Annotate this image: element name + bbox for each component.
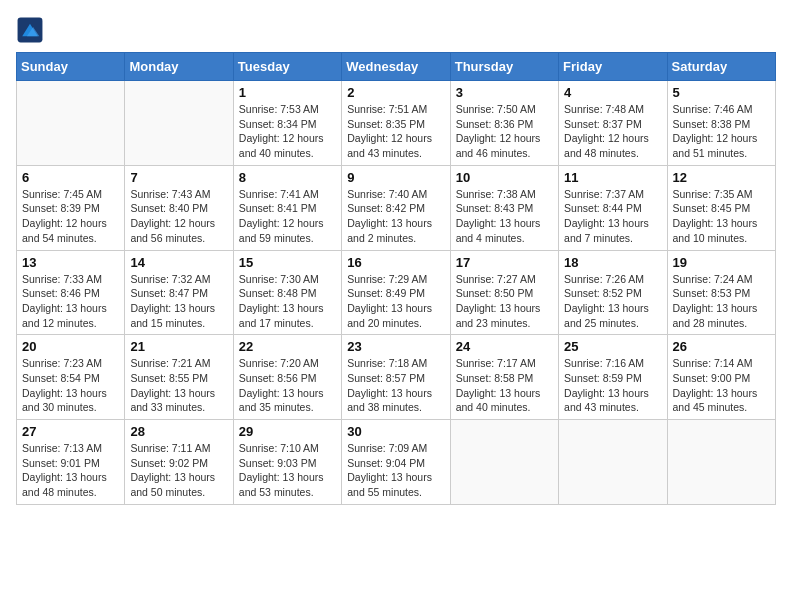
day-number: 30 bbox=[347, 424, 444, 439]
calendar-cell: 2Sunrise: 7:51 AMSunset: 8:35 PMDaylight… bbox=[342, 81, 450, 166]
calendar-cell: 3Sunrise: 7:50 AMSunset: 8:36 PMDaylight… bbox=[450, 81, 558, 166]
day-number: 9 bbox=[347, 170, 444, 185]
cell-info: Sunrise: 7:16 AMSunset: 8:59 PMDaylight:… bbox=[564, 356, 661, 415]
day-number: 1 bbox=[239, 85, 336, 100]
calendar-cell: 24Sunrise: 7:17 AMSunset: 8:58 PMDayligh… bbox=[450, 335, 558, 420]
day-number: 4 bbox=[564, 85, 661, 100]
weekday-header: Thursday bbox=[450, 53, 558, 81]
calendar-cell: 29Sunrise: 7:10 AMSunset: 9:03 PMDayligh… bbox=[233, 420, 341, 505]
calendar-cell: 25Sunrise: 7:16 AMSunset: 8:59 PMDayligh… bbox=[559, 335, 667, 420]
cell-info: Sunrise: 7:26 AMSunset: 8:52 PMDaylight:… bbox=[564, 272, 661, 331]
cell-info: Sunrise: 7:46 AMSunset: 8:38 PMDaylight:… bbox=[673, 102, 770, 161]
calendar-cell bbox=[450, 420, 558, 505]
day-number: 18 bbox=[564, 255, 661, 270]
day-number: 27 bbox=[22, 424, 119, 439]
cell-info: Sunrise: 7:14 AMSunset: 9:00 PMDaylight:… bbox=[673, 356, 770, 415]
calendar-cell bbox=[125, 81, 233, 166]
weekday-header: Wednesday bbox=[342, 53, 450, 81]
day-number: 10 bbox=[456, 170, 553, 185]
cell-info: Sunrise: 7:09 AMSunset: 9:04 PMDaylight:… bbox=[347, 441, 444, 500]
day-number: 12 bbox=[673, 170, 770, 185]
day-number: 22 bbox=[239, 339, 336, 354]
weekday-header: Saturday bbox=[667, 53, 775, 81]
calendar-cell: 21Sunrise: 7:21 AMSunset: 8:55 PMDayligh… bbox=[125, 335, 233, 420]
day-number: 21 bbox=[130, 339, 227, 354]
logo bbox=[16, 16, 48, 44]
day-number: 3 bbox=[456, 85, 553, 100]
weekday-header: Friday bbox=[559, 53, 667, 81]
calendar-table: SundayMondayTuesdayWednesdayThursdayFrid… bbox=[16, 52, 776, 505]
cell-info: Sunrise: 7:13 AMSunset: 9:01 PMDaylight:… bbox=[22, 441, 119, 500]
calendar-cell: 13Sunrise: 7:33 AMSunset: 8:46 PMDayligh… bbox=[17, 250, 125, 335]
calendar-cell: 9Sunrise: 7:40 AMSunset: 8:42 PMDaylight… bbox=[342, 165, 450, 250]
calendar-cell: 11Sunrise: 7:37 AMSunset: 8:44 PMDayligh… bbox=[559, 165, 667, 250]
calendar-cell: 26Sunrise: 7:14 AMSunset: 9:00 PMDayligh… bbox=[667, 335, 775, 420]
cell-info: Sunrise: 7:18 AMSunset: 8:57 PMDaylight:… bbox=[347, 356, 444, 415]
day-number: 14 bbox=[130, 255, 227, 270]
day-number: 28 bbox=[130, 424, 227, 439]
day-number: 25 bbox=[564, 339, 661, 354]
logo-icon bbox=[16, 16, 44, 44]
calendar-cell: 12Sunrise: 7:35 AMSunset: 8:45 PMDayligh… bbox=[667, 165, 775, 250]
weekday-header: Sunday bbox=[17, 53, 125, 81]
calendar-cell: 16Sunrise: 7:29 AMSunset: 8:49 PMDayligh… bbox=[342, 250, 450, 335]
day-number: 7 bbox=[130, 170, 227, 185]
cell-info: Sunrise: 7:29 AMSunset: 8:49 PMDaylight:… bbox=[347, 272, 444, 331]
day-number: 24 bbox=[456, 339, 553, 354]
calendar-cell: 20Sunrise: 7:23 AMSunset: 8:54 PMDayligh… bbox=[17, 335, 125, 420]
cell-info: Sunrise: 7:33 AMSunset: 8:46 PMDaylight:… bbox=[22, 272, 119, 331]
day-number: 19 bbox=[673, 255, 770, 270]
calendar-cell: 6Sunrise: 7:45 AMSunset: 8:39 PMDaylight… bbox=[17, 165, 125, 250]
calendar-cell: 7Sunrise: 7:43 AMSunset: 8:40 PMDaylight… bbox=[125, 165, 233, 250]
calendar-cell: 14Sunrise: 7:32 AMSunset: 8:47 PMDayligh… bbox=[125, 250, 233, 335]
cell-info: Sunrise: 7:32 AMSunset: 8:47 PMDaylight:… bbox=[130, 272, 227, 331]
cell-info: Sunrise: 7:50 AMSunset: 8:36 PMDaylight:… bbox=[456, 102, 553, 161]
cell-info: Sunrise: 7:41 AMSunset: 8:41 PMDaylight:… bbox=[239, 187, 336, 246]
weekday-header: Tuesday bbox=[233, 53, 341, 81]
calendar-cell bbox=[17, 81, 125, 166]
calendar-cell: 23Sunrise: 7:18 AMSunset: 8:57 PMDayligh… bbox=[342, 335, 450, 420]
cell-info: Sunrise: 7:35 AMSunset: 8:45 PMDaylight:… bbox=[673, 187, 770, 246]
cell-info: Sunrise: 7:20 AMSunset: 8:56 PMDaylight:… bbox=[239, 356, 336, 415]
day-number: 2 bbox=[347, 85, 444, 100]
cell-info: Sunrise: 7:38 AMSunset: 8:43 PMDaylight:… bbox=[456, 187, 553, 246]
day-number: 8 bbox=[239, 170, 336, 185]
day-number: 29 bbox=[239, 424, 336, 439]
calendar-cell: 28Sunrise: 7:11 AMSunset: 9:02 PMDayligh… bbox=[125, 420, 233, 505]
calendar-cell: 19Sunrise: 7:24 AMSunset: 8:53 PMDayligh… bbox=[667, 250, 775, 335]
cell-info: Sunrise: 7:53 AMSunset: 8:34 PMDaylight:… bbox=[239, 102, 336, 161]
day-number: 26 bbox=[673, 339, 770, 354]
cell-info: Sunrise: 7:27 AMSunset: 8:50 PMDaylight:… bbox=[456, 272, 553, 331]
calendar-cell: 4Sunrise: 7:48 AMSunset: 8:37 PMDaylight… bbox=[559, 81, 667, 166]
calendar-cell: 30Sunrise: 7:09 AMSunset: 9:04 PMDayligh… bbox=[342, 420, 450, 505]
calendar-cell: 1Sunrise: 7:53 AMSunset: 8:34 PMDaylight… bbox=[233, 81, 341, 166]
calendar-cell: 5Sunrise: 7:46 AMSunset: 8:38 PMDaylight… bbox=[667, 81, 775, 166]
cell-info: Sunrise: 7:45 AMSunset: 8:39 PMDaylight:… bbox=[22, 187, 119, 246]
calendar-cell: 17Sunrise: 7:27 AMSunset: 8:50 PMDayligh… bbox=[450, 250, 558, 335]
weekday-header: Monday bbox=[125, 53, 233, 81]
calendar-cell: 27Sunrise: 7:13 AMSunset: 9:01 PMDayligh… bbox=[17, 420, 125, 505]
day-number: 23 bbox=[347, 339, 444, 354]
calendar-cell bbox=[559, 420, 667, 505]
cell-info: Sunrise: 7:24 AMSunset: 8:53 PMDaylight:… bbox=[673, 272, 770, 331]
calendar-cell: 8Sunrise: 7:41 AMSunset: 8:41 PMDaylight… bbox=[233, 165, 341, 250]
cell-info: Sunrise: 7:21 AMSunset: 8:55 PMDaylight:… bbox=[130, 356, 227, 415]
calendar-cell: 15Sunrise: 7:30 AMSunset: 8:48 PMDayligh… bbox=[233, 250, 341, 335]
calendar-cell: 10Sunrise: 7:38 AMSunset: 8:43 PMDayligh… bbox=[450, 165, 558, 250]
calendar-cell bbox=[667, 420, 775, 505]
day-number: 16 bbox=[347, 255, 444, 270]
cell-info: Sunrise: 7:43 AMSunset: 8:40 PMDaylight:… bbox=[130, 187, 227, 246]
day-number: 11 bbox=[564, 170, 661, 185]
cell-info: Sunrise: 7:48 AMSunset: 8:37 PMDaylight:… bbox=[564, 102, 661, 161]
day-number: 6 bbox=[22, 170, 119, 185]
day-number: 17 bbox=[456, 255, 553, 270]
day-number: 15 bbox=[239, 255, 336, 270]
calendar-cell: 22Sunrise: 7:20 AMSunset: 8:56 PMDayligh… bbox=[233, 335, 341, 420]
cell-info: Sunrise: 7:10 AMSunset: 9:03 PMDaylight:… bbox=[239, 441, 336, 500]
calendar-cell: 18Sunrise: 7:26 AMSunset: 8:52 PMDayligh… bbox=[559, 250, 667, 335]
cell-info: Sunrise: 7:11 AMSunset: 9:02 PMDaylight:… bbox=[130, 441, 227, 500]
day-number: 20 bbox=[22, 339, 119, 354]
page-header bbox=[16, 16, 776, 44]
cell-info: Sunrise: 7:37 AMSunset: 8:44 PMDaylight:… bbox=[564, 187, 661, 246]
cell-info: Sunrise: 7:23 AMSunset: 8:54 PMDaylight:… bbox=[22, 356, 119, 415]
